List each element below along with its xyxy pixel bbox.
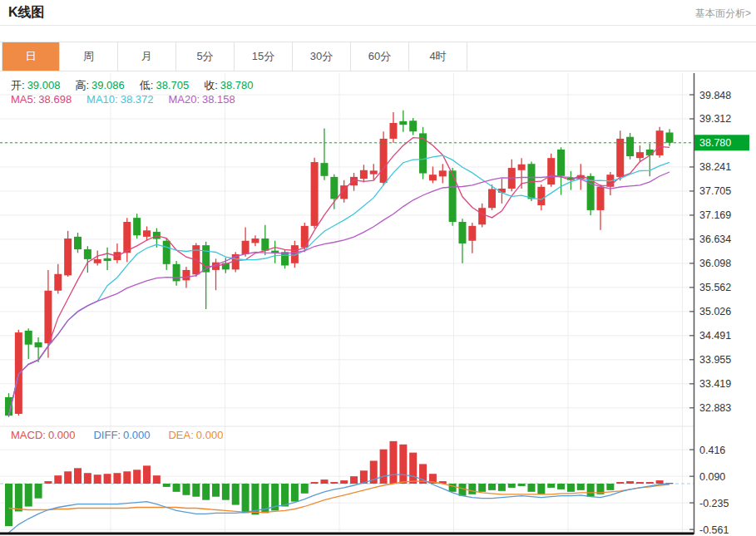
fundamental-analysis-link[interactable]: 基本面分析>	[695, 7, 751, 21]
svg-text:36.098: 36.098	[699, 258, 731, 269]
svg-text:35.562: 35.562	[699, 282, 731, 293]
svg-text:34.491: 34.491	[699, 330, 731, 342]
svg-text:-0.561: -0.561	[699, 524, 729, 536]
ohlc-row: 开:39.008高:39.086低:38.705收:38.780	[11, 78, 254, 93]
ohlc-row-item: 开:39.008	[11, 78, 60, 93]
svg-text:39.312: 39.312	[699, 113, 731, 125]
macd-row: MACD:0.000DIFF:0.000DEA:0.000	[11, 429, 223, 441]
macd-row-item: DEA:0.000	[168, 429, 223, 441]
tab-bar: 日周月5分15分30分60分4时	[0, 42, 756, 71]
tab-月[interactable]: 月	[118, 42, 176, 71]
last-price-badge-text: 38.780	[699, 137, 731, 149]
ma-row-item: MA5:38.698	[11, 93, 72, 106]
svg-text:37.705: 37.705	[699, 185, 731, 197]
tab-15分[interactable]: 15分	[235, 42, 293, 71]
svg-text:38.241: 38.241	[699, 161, 731, 173]
macd-row-item: DIFF:0.000	[93, 429, 150, 441]
svg-text:33.955: 33.955	[699, 354, 731, 366]
page-title: K线图	[8, 4, 45, 22]
ohlc-row-item: 低:38.705	[140, 78, 189, 93]
tab-周[interactable]: 周	[60, 42, 118, 71]
macd-row-item: MACD:0.000	[11, 429, 75, 441]
ohlc-row-item: 高:39.086	[75, 78, 124, 93]
tab-5分[interactable]: 5分	[176, 42, 235, 71]
ohlc-row-item: 收:38.780	[204, 78, 253, 93]
svg-text:37.169: 37.169	[699, 209, 731, 221]
tab-日[interactable]: 日	[2, 42, 60, 71]
svg-text:35.026: 35.026	[699, 306, 731, 317]
ma-row-item: MA20:38.158	[168, 93, 235, 106]
tab-60分[interactable]: 60分	[351, 42, 409, 71]
svg-text:-0.235: -0.235	[699, 498, 729, 509]
kline-chart[interactable]: 39.84839.31238.24137.70537.16936.63436.0…	[0, 73, 756, 536]
svg-text:36.634: 36.634	[699, 234, 731, 245]
gridlines	[0, 73, 694, 533]
page-header: K线图 基本面分析>	[0, 0, 756, 26]
kline-page: K线图 基本面分析> 日周月5分15分30分60分4时 开:39.008高:39…	[0, 0, 756, 536]
svg-text:39.848: 39.848	[699, 90, 731, 101]
tab-4时[interactable]: 4时	[409, 42, 467, 71]
svg-text:33.419: 33.419	[699, 378, 731, 390]
svg-text:0.090: 0.090	[699, 471, 725, 483]
tab-30分[interactable]: 30分	[293, 42, 351, 71]
svg-text:0.416: 0.416	[699, 445, 725, 456]
axis-labels: 39.84839.31238.24137.70537.16936.63436.0…	[689, 90, 731, 536]
svg-text:32.883: 32.883	[699, 402, 731, 414]
bottom-border	[0, 533, 694, 535]
ma-row: MA5:38.698MA10:38.372MA20:38.158	[11, 93, 235, 106]
ma-row-item: MA10:38.372	[86, 93, 153, 106]
